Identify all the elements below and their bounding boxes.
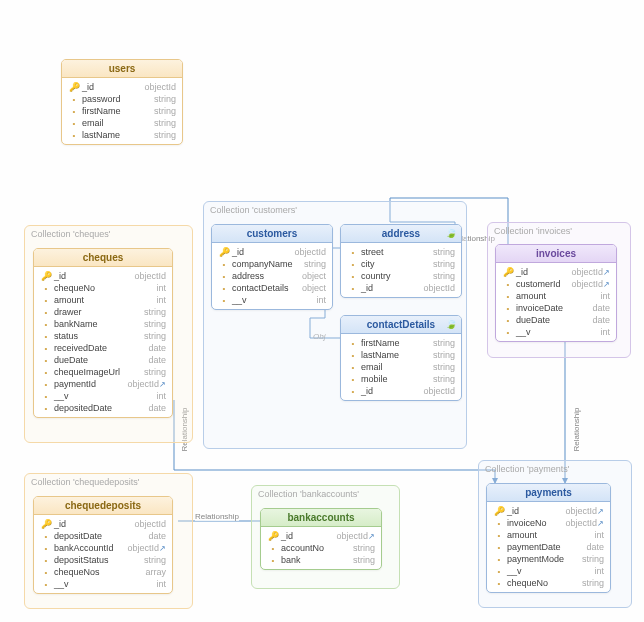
field-name: street xyxy=(359,247,429,257)
field-name: customerId xyxy=(514,279,567,289)
leaf-icon: 🍃 xyxy=(445,227,457,238)
field-type: string xyxy=(349,555,375,565)
field-type: date xyxy=(144,343,166,353)
ref-icon: ↗ xyxy=(597,507,604,516)
bullet-icon: • xyxy=(502,327,514,337)
field-name: lastName xyxy=(80,130,150,140)
field-name: amount xyxy=(505,530,590,540)
field-type: objectId xyxy=(561,518,597,528)
field-row: •contactDetailsobject xyxy=(218,282,326,294)
bullet-icon: • xyxy=(502,303,514,313)
field-name: firstName xyxy=(359,338,429,348)
field-row: 🔑_idobjectId↗ xyxy=(267,530,375,542)
field-name: __v xyxy=(52,391,152,401)
field-row: 🔑_idobjectId↗ xyxy=(493,505,604,517)
field-name: _id xyxy=(514,267,567,277)
field-type: int xyxy=(152,391,166,401)
field-row: •bankstring xyxy=(267,554,375,566)
field-list: 🔑_idobjectId↗•customerIdobjectId↗•amount… xyxy=(496,263,616,341)
bullet-icon: • xyxy=(40,295,52,305)
entity-title: contactDetails xyxy=(341,316,461,334)
field-name: mobile xyxy=(359,374,429,384)
field-row: •dueDatedate xyxy=(502,314,610,326)
entity-title: address xyxy=(341,225,461,243)
field-type: int xyxy=(152,295,166,305)
field-name: __v xyxy=(230,295,312,305)
field-type: objectId xyxy=(290,247,326,257)
field-name: chequeNo xyxy=(52,283,152,293)
entity-invoices[interactable]: invoices 🔑_idobjectId↗•customerIdobjectI… xyxy=(495,244,617,342)
bullet-icon: • xyxy=(267,555,279,565)
field-type: string xyxy=(429,374,455,384)
field-row: •receivedDatedate xyxy=(40,342,166,354)
field-row: •invoiceDatedate xyxy=(502,302,610,314)
entity-address[interactable]: 🍃 address •streetstring•citystring•count… xyxy=(340,224,462,298)
bullet-icon: • xyxy=(347,374,359,384)
bullet-icon: • xyxy=(40,531,52,541)
field-list: 🔑_idobjectId↗•accountNostring•bankstring xyxy=(261,527,381,569)
field-name: address xyxy=(230,271,298,281)
field-list: 🔑_idobjectId•depositDatedate•bankAccount… xyxy=(34,515,172,593)
entity-payments[interactable]: payments 🔑_idobjectId↗•invoiceNoobjectId… xyxy=(486,483,611,593)
ref-icon: ↗ xyxy=(159,544,166,553)
field-type: int xyxy=(596,291,610,301)
bullet-icon: • xyxy=(68,130,80,140)
field-type: string xyxy=(349,543,375,553)
field-row: •depositDatedate xyxy=(40,530,166,542)
field-type: date xyxy=(588,303,610,313)
field-name: _id xyxy=(52,271,130,281)
field-row: •accountNostring xyxy=(267,542,375,554)
field-type: int xyxy=(152,283,166,293)
bullet-icon: • xyxy=(502,291,514,301)
field-row: •chequeNosarray xyxy=(40,566,166,578)
field-type: int xyxy=(590,530,604,540)
bullet-icon: • xyxy=(40,379,52,389)
field-type: objectId xyxy=(130,519,166,529)
entity-title: bankaccounts xyxy=(261,509,381,527)
field-row: •depositStatusstring xyxy=(40,554,166,566)
bullet-icon: • xyxy=(347,350,359,360)
field-row: •invoiceNoobjectId↗ xyxy=(493,517,604,529)
entity-users[interactable]: users 🔑_idobjectId•passwordstring•firstN… xyxy=(61,59,183,145)
field-list: 🔑_idobjectId↗•invoiceNoobjectId↗•amounti… xyxy=(487,502,610,592)
entity-title: chequedeposits xyxy=(34,497,172,515)
key-icon: 🔑 xyxy=(493,506,505,516)
entity-title: customers xyxy=(212,225,332,243)
bullet-icon: • xyxy=(40,331,52,341)
field-name: __v xyxy=(52,579,152,589)
container-label: Collection 'payments' xyxy=(485,464,569,474)
bullet-icon: • xyxy=(40,391,52,401)
entity-bankaccounts[interactable]: bankaccounts 🔑_idobjectId↗•accountNostri… xyxy=(260,508,382,570)
field-name: companyName xyxy=(230,259,300,269)
field-row: 🔑_idobjectId xyxy=(40,270,166,282)
field-type: string xyxy=(150,94,176,104)
entity-customers[interactable]: customers 🔑_idobjectId•companyNamestring… xyxy=(211,224,333,310)
field-type: string xyxy=(150,130,176,140)
field-type: date xyxy=(144,355,166,365)
entity-title: users xyxy=(62,60,182,78)
field-type: objectId xyxy=(123,543,159,553)
field-row: •__vint xyxy=(493,565,604,577)
field-name: invoiceDate xyxy=(514,303,588,313)
field-type: string xyxy=(140,555,166,565)
field-name: __v xyxy=(514,327,596,337)
field-name: depositDate xyxy=(52,531,144,541)
field-name: _id xyxy=(80,82,140,92)
bullet-icon: • xyxy=(267,543,279,553)
entity-contactdetails[interactable]: 🍃 contactDetails •firstNamestring•lastNa… xyxy=(340,315,462,401)
entity-chequedeposits[interactable]: chequedeposits 🔑_idobjectId•depositDated… xyxy=(33,496,173,594)
field-name: chequeImageUrl xyxy=(52,367,140,377)
bullet-icon: • xyxy=(347,338,359,348)
field-type: int xyxy=(312,295,326,305)
field-row: •drawerstring xyxy=(40,306,166,318)
field-row: •__vint xyxy=(218,294,326,306)
field-type: object xyxy=(298,271,326,281)
field-name: email xyxy=(80,118,150,128)
field-row: •bankAccountIdobjectId↗ xyxy=(40,542,166,554)
ref-icon: ↗ xyxy=(368,532,375,541)
key-icon: 🔑 xyxy=(68,82,80,92)
bullet-icon: • xyxy=(40,283,52,293)
field-name: firstName xyxy=(80,106,150,116)
field-type: int xyxy=(590,566,604,576)
entity-cheques[interactable]: cheques 🔑_idobjectId•chequeNoint•amounti… xyxy=(33,248,173,418)
